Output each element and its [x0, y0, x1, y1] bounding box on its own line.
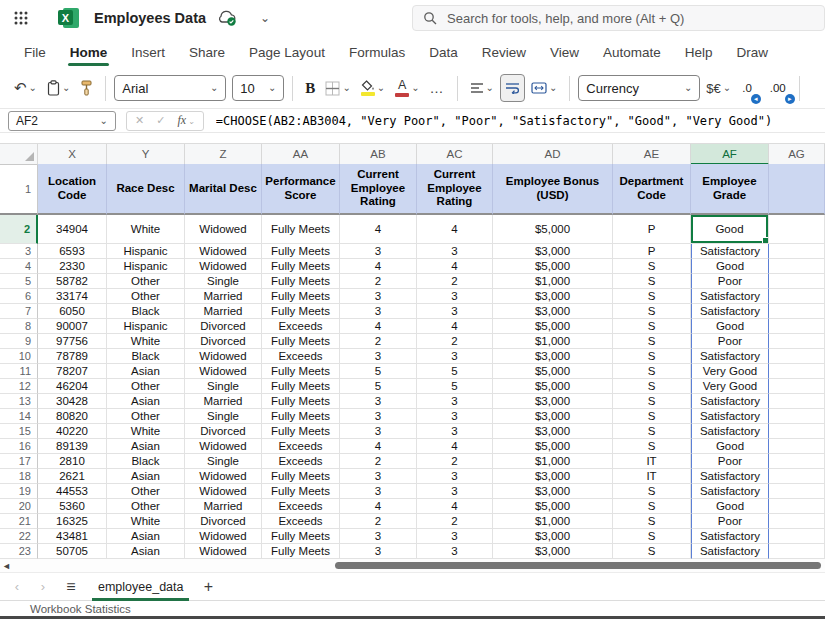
bold-button[interactable]: B	[301, 74, 319, 102]
cell-AD2[interactable]: $5,000	[493, 215, 613, 244]
cell-Z3[interactable]: Widowed	[185, 244, 262, 259]
column-header-AD[interactable]: AD	[493, 144, 613, 165]
cell-AE7[interactable]: S	[613, 304, 691, 319]
cell-AF15[interactable]: Satisfactory	[691, 424, 769, 439]
cell-AB2[interactable]: 4	[340, 215, 417, 244]
cell-AA2[interactable]: Fully Meets	[262, 215, 340, 244]
cell-AG10[interactable]	[769, 349, 825, 364]
cell-AA10[interactable]: Exceeds	[262, 349, 340, 364]
cell-AC4[interactable]: 4	[417, 259, 493, 274]
cell-AA7[interactable]: Fully Meets	[262, 304, 340, 319]
cell-AE3[interactable]: P	[613, 244, 691, 259]
cell-AC6[interactable]: 3	[417, 289, 493, 304]
wrap-text-button[interactable]	[500, 74, 525, 102]
cell-AD15[interactable]: $3,000	[493, 424, 613, 439]
cell-Z17[interactable]: Single	[185, 454, 262, 469]
cell-AF12[interactable]: Very Good	[691, 379, 769, 394]
cell-Z19[interactable]: Widowed	[185, 484, 262, 499]
cell-AE21[interactable]: S	[613, 514, 691, 529]
scroll-left-icon[interactable]: ◄	[2, 561, 11, 571]
cell-AG18[interactable]	[769, 469, 825, 484]
document-title[interactable]: Employees Data	[94, 10, 206, 26]
font-color-button[interactable]: A ⌄	[391, 74, 423, 102]
cell-X9[interactable]: 97756	[38, 334, 107, 349]
column-header-AF[interactable]: AF	[691, 144, 769, 165]
row-header-3[interactable]: 3	[0, 244, 38, 259]
cell-Z13[interactable]: Married	[185, 394, 262, 409]
menu-item-view[interactable]: View	[538, 36, 591, 68]
cell-AF10[interactable]: Satisfactory	[691, 349, 769, 364]
cell-AD8[interactable]: $5,000	[493, 319, 613, 334]
cell-Y17[interactable]: Black	[107, 454, 185, 469]
cell-AF5[interactable]: Poor	[691, 274, 769, 289]
cell-AD3[interactable]: $3,000	[493, 244, 613, 259]
cell-AG8[interactable]	[769, 319, 825, 334]
cell-Z9[interactable]: Divorced	[185, 334, 262, 349]
cell-Z2[interactable]: Widowed	[185, 215, 262, 244]
cell-AF16[interactable]: Good	[691, 439, 769, 454]
cell-AD13[interactable]: $3,000	[493, 394, 613, 409]
row-header-18[interactable]: 18	[0, 469, 38, 484]
row-header-20[interactable]: 20	[0, 499, 38, 514]
cell-AA19[interactable]: Fully Meets	[262, 484, 340, 499]
sheet-tab-employee-data[interactable]: employee_data	[86, 573, 195, 601]
cell-AC8[interactable]: 4	[417, 319, 493, 334]
cell-Y13[interactable]: Asian	[107, 394, 185, 409]
cell-AB14[interactable]: 3	[340, 409, 417, 424]
cell-Y7[interactable]: Black	[107, 304, 185, 319]
cell-X14[interactable]: 80820	[38, 409, 107, 424]
cell-AD5[interactable]: $1,000	[493, 274, 613, 289]
cell-X4[interactable]: 2330	[38, 259, 107, 274]
cell-Y16[interactable]: Asian	[107, 439, 185, 454]
cell-Z6[interactable]: Married	[185, 289, 262, 304]
cell-AA13[interactable]: Fully Meets	[262, 394, 340, 409]
row-header-2[interactable]: 2	[0, 215, 38, 244]
sheet-list-icon[interactable]: ≡	[56, 578, 86, 596]
fill-color-button[interactable]: ⌄	[357, 74, 389, 102]
cell-AC7[interactable]: 3	[417, 304, 493, 319]
cell-AD11[interactable]: $5,000	[493, 364, 613, 379]
font-name-select[interactable]: Arial ⌄	[114, 75, 226, 101]
cell-AF9[interactable]: Poor	[691, 334, 769, 349]
cell-X13[interactable]: 30428	[38, 394, 107, 409]
cell-AB5[interactable]: 2	[340, 274, 417, 289]
cell-X12[interactable]: 46204	[38, 379, 107, 394]
row-header-11[interactable]: 11	[0, 364, 38, 379]
cell-Z23[interactable]: Widowed	[185, 544, 262, 559]
horizontal-scrollbar[interactable]: ◄	[0, 559, 825, 572]
cell-AD17[interactable]: $1,000	[493, 454, 613, 469]
cell-Y18[interactable]: Asian	[107, 469, 185, 484]
cell-AB17[interactable]: 2	[340, 454, 417, 469]
excel-logo-icon[interactable]: X	[58, 7, 80, 29]
cell-Z11[interactable]: Widowed	[185, 364, 262, 379]
cell-AC17[interactable]: 2	[417, 454, 493, 469]
cell-AB3[interactable]: 3	[340, 244, 417, 259]
cell-AC14[interactable]: 3	[417, 409, 493, 424]
cell-AA3[interactable]: Fully Meets	[262, 244, 340, 259]
cell-AE10[interactable]: S	[613, 349, 691, 364]
cell-Z10[interactable]: Widowed	[185, 349, 262, 364]
format-painter-button[interactable]	[76, 74, 97, 102]
cell-AA8[interactable]: Exceeds	[262, 319, 340, 334]
cell-AA11[interactable]: Fully Meets	[262, 364, 340, 379]
cell-AE13[interactable]: S	[613, 394, 691, 409]
cell-AG11[interactable]	[769, 364, 825, 379]
menu-item-page-layout[interactable]: Page Layout	[237, 36, 337, 68]
prev-sheet-icon[interactable]: ‹	[4, 579, 30, 594]
cell-AC16[interactable]: 4	[417, 439, 493, 454]
cell-X22[interactable]: 43481	[38, 529, 107, 544]
cell-Y21[interactable]: White	[107, 514, 185, 529]
cell-AD4[interactable]: $5,000	[493, 259, 613, 274]
cell-AB4[interactable]: 4	[340, 259, 417, 274]
row-header-7[interactable]: 7	[0, 304, 38, 319]
header-cell-AG[interactable]	[769, 164, 825, 215]
cell-AC18[interactable]: 3	[417, 469, 493, 484]
cell-AD20[interactable]: $5,000	[493, 499, 613, 514]
cell-AG2[interactable]	[769, 215, 825, 244]
cell-X15[interactable]: 40220	[38, 424, 107, 439]
cell-Y8[interactable]: Hispanic	[107, 319, 185, 334]
header-cell-AE[interactable]: Department Code	[613, 164, 691, 215]
cell-AB18[interactable]: 3	[340, 469, 417, 484]
cell-AE12[interactable]: S	[613, 379, 691, 394]
cell-Z8[interactable]: Divorced	[185, 319, 262, 334]
